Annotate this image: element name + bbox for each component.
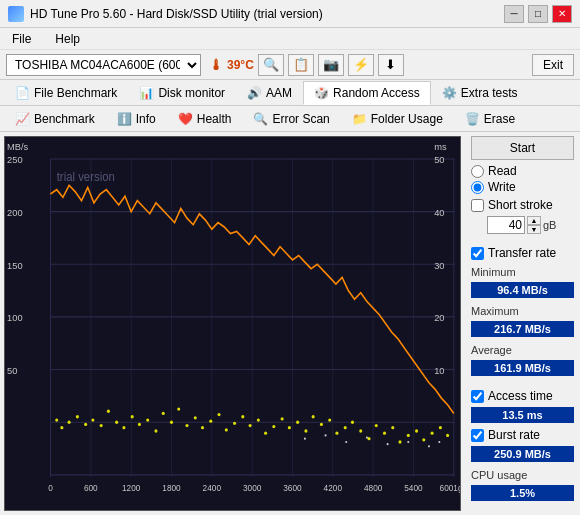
tab-disk-monitor[interactable]: 📊 Disk monitor xyxy=(128,81,236,105)
tab-extra-tests[interactable]: ⚙️ Extra tests xyxy=(431,81,529,105)
write-radio[interactable] xyxy=(471,181,484,194)
svg-text:200: 200 xyxy=(7,207,23,218)
aam-label: AAM xyxy=(266,86,292,100)
svg-text:3600: 3600 xyxy=(283,483,302,493)
menu-help[interactable]: Help xyxy=(51,31,84,47)
transfer-rate-label: Transfer rate xyxy=(488,246,556,260)
spinner-down[interactable]: ▼ xyxy=(527,225,541,234)
extra-tests-label: Extra tests xyxy=(461,86,518,100)
svg-text:5400: 5400 xyxy=(404,483,423,493)
drive-selector[interactable]: TOSHIBA MC04ACA600E (6001 gB) xyxy=(6,54,201,76)
svg-point-101 xyxy=(438,441,440,443)
svg-point-86 xyxy=(391,426,394,429)
svg-point-97 xyxy=(366,436,368,438)
tab-info[interactable]: ℹ️ Info xyxy=(106,107,167,131)
tab-random-access[interactable]: 🎲 Random Access xyxy=(303,81,431,105)
short-stroke-option[interactable]: Short stroke xyxy=(471,198,553,212)
start-button[interactable]: Start xyxy=(471,136,574,160)
toolbar-power-btn[interactable]: ⚡ xyxy=(348,54,374,76)
svg-text:100: 100 xyxy=(7,312,23,323)
svg-point-99 xyxy=(407,441,409,443)
toolbar-arrow-btn[interactable]: ⬇ xyxy=(378,54,404,76)
error-scan-icon: 🔍 xyxy=(253,112,268,126)
svg-text:600: 600 xyxy=(84,483,98,493)
access-time-value: 13.5 ms xyxy=(471,407,574,423)
title-bar-controls: ─ □ ✕ xyxy=(504,5,572,23)
toolbar-health-btn[interactable]: 🔍 xyxy=(258,54,284,76)
svg-point-56 xyxy=(154,429,157,432)
toolbar: TOSHIBA MC04ACA600E (6001 gB) 🌡 39°C 🔍 📋… xyxy=(0,50,580,80)
access-time-checkbox[interactable] xyxy=(471,390,484,403)
burst-rate-label: Burst rate xyxy=(488,428,540,442)
tab-aam[interactable]: 🔊 AAM xyxy=(236,81,303,105)
burst-rate-checkbox[interactable] xyxy=(471,429,484,442)
tabs-row-1: 📄 File Benchmark 📊 Disk monitor 🔊 AAM 🎲 … xyxy=(0,80,580,106)
svg-rect-0 xyxy=(5,137,460,510)
svg-point-80 xyxy=(344,426,347,429)
svg-point-67 xyxy=(241,415,244,418)
read-radio[interactable] xyxy=(471,165,484,178)
read-option[interactable]: Read xyxy=(471,164,574,178)
short-stroke-checkbox[interactable] xyxy=(471,199,484,212)
random-access-label: Random Access xyxy=(333,86,420,100)
svg-point-52 xyxy=(122,426,125,429)
svg-point-77 xyxy=(320,423,323,426)
svg-point-93 xyxy=(446,434,449,437)
svg-point-69 xyxy=(257,418,260,421)
gb-spinner: ▲ ▼ gB xyxy=(487,216,574,234)
toolbar-info-btn[interactable]: 📋 xyxy=(288,54,314,76)
file-benchmark-label: File Benchmark xyxy=(34,86,117,100)
svg-point-75 xyxy=(304,429,307,432)
svg-text:50: 50 xyxy=(7,365,17,376)
close-button[interactable]: ✕ xyxy=(552,5,572,23)
svg-text:MB/s: MB/s xyxy=(7,141,28,152)
transfer-rate-checkbox[interactable] xyxy=(471,247,484,260)
tab-benchmark[interactable]: 📈 Benchmark xyxy=(4,107,106,131)
menu-file[interactable]: File xyxy=(8,31,35,47)
burst-rate-option[interactable]: Burst rate xyxy=(471,428,574,442)
minimize-button[interactable]: ─ xyxy=(504,5,524,23)
svg-point-72 xyxy=(281,417,284,420)
gb-input[interactable] xyxy=(487,216,525,234)
svg-text:0: 0 xyxy=(48,483,53,493)
svg-point-60 xyxy=(185,424,188,427)
svg-point-88 xyxy=(407,434,410,437)
svg-point-45 xyxy=(68,421,71,424)
svg-text:150: 150 xyxy=(7,259,23,270)
title-bar-left: HD Tune Pro 5.60 - Hard Disk/SSD Utility… xyxy=(8,6,323,22)
divider-2 xyxy=(471,381,574,385)
tab-error-scan[interactable]: 🔍 Error Scan xyxy=(242,107,340,131)
erase-icon: 🗑️ xyxy=(465,112,480,126)
svg-text:250: 250 xyxy=(7,154,23,165)
tab-folder-usage[interactable]: 📁 Folder Usage xyxy=(341,107,454,131)
write-option[interactable]: Write xyxy=(471,180,574,194)
tab-erase[interactable]: 🗑️ Erase xyxy=(454,107,526,131)
average-value: 161.9 MB/s xyxy=(471,360,574,376)
temperature-value: 39°C xyxy=(227,58,254,72)
average-label: Average xyxy=(471,344,574,356)
tab-file-benchmark[interactable]: 📄 File Benchmark xyxy=(4,81,128,105)
transfer-rate-option[interactable]: Transfer rate xyxy=(471,246,574,260)
tab-health[interactable]: ❤️ Health xyxy=(167,107,243,131)
cpu-usage-label: CPU usage xyxy=(471,469,574,481)
exit-button[interactable]: Exit xyxy=(532,54,574,76)
svg-text:1200: 1200 xyxy=(122,483,141,493)
error-scan-label: Error Scan xyxy=(272,112,329,126)
access-time-option[interactable]: Access time xyxy=(471,389,574,403)
svg-point-89 xyxy=(415,429,418,432)
svg-text:3000: 3000 xyxy=(243,483,262,493)
svg-text:trial version: trial version xyxy=(57,170,115,183)
svg-point-63 xyxy=(209,419,212,422)
svg-point-50 xyxy=(107,410,110,413)
svg-text:ms: ms xyxy=(434,141,447,152)
svg-text:1800: 1800 xyxy=(162,483,181,493)
svg-text:10: 10 xyxy=(434,365,444,376)
maximize-button[interactable]: □ xyxy=(528,5,548,23)
info-icon: ℹ️ xyxy=(117,112,132,126)
read-write-group: Read Write xyxy=(471,164,574,194)
spinner-up[interactable]: ▲ xyxy=(527,216,541,225)
minimum-label: Minimum xyxy=(471,266,574,278)
svg-point-85 xyxy=(383,432,386,435)
health-icon: ❤️ xyxy=(178,112,193,126)
toolbar-camera-btn[interactable]: 📷 xyxy=(318,54,344,76)
